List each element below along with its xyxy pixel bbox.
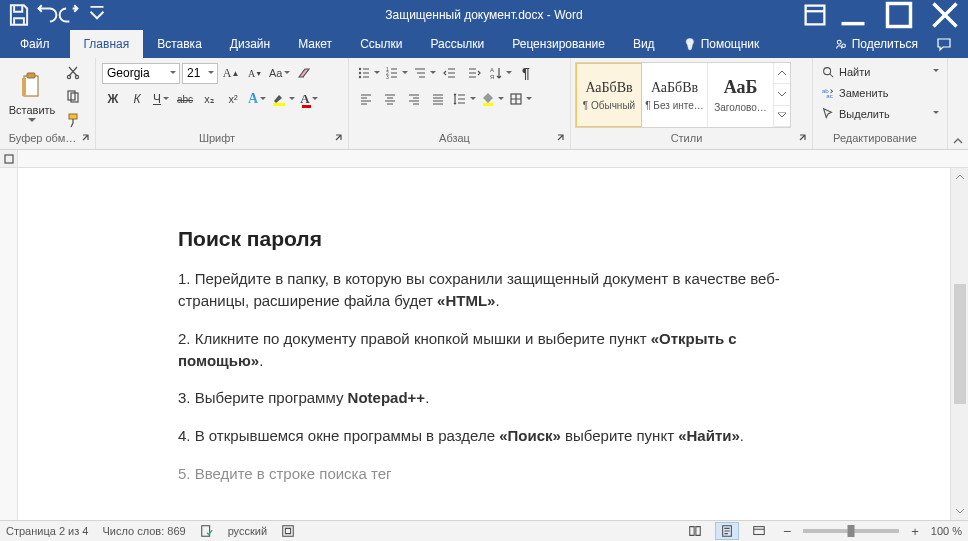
svg-rect-11	[69, 114, 77, 119]
align-left-button[interactable]	[355, 88, 377, 110]
find-button[interactable]: Найти	[819, 62, 941, 82]
format-painter-button[interactable]	[62, 109, 84, 131]
gallery-more-button[interactable]	[774, 106, 790, 127]
font-size-combo[interactable]	[182, 63, 218, 84]
clear-formatting-button[interactable]	[293, 62, 315, 84]
clipboard-dialog-launcher[interactable]	[81, 133, 93, 145]
paste-label: Вставить	[9, 104, 56, 116]
paragraph-dialog-launcher[interactable]	[556, 133, 568, 145]
highlight-button[interactable]	[270, 88, 296, 110]
cut-button[interactable]	[62, 61, 84, 83]
tab-references[interactable]: Ссылки	[346, 30, 416, 58]
align-center-button[interactable]	[379, 88, 401, 110]
svg-rect-12	[273, 103, 285, 106]
view-read-mode[interactable]	[683, 522, 707, 540]
line-spacing-button[interactable]	[451, 88, 477, 110]
redo-button[interactable]	[58, 2, 84, 28]
group-paragraph: 123 AЯ ¶ Абзац	[349, 58, 571, 149]
status-macro[interactable]	[281, 524, 295, 538]
subscript-button[interactable]: x₂	[198, 88, 220, 110]
collapse-ribbon-button[interactable]	[948, 58, 968, 149]
numbering-button[interactable]: 123	[383, 62, 409, 84]
shrink-font-button[interactable]: A▼	[244, 62, 266, 84]
document-workspace: Поиск пароля 1. Перейдите в папку, в кот…	[0, 150, 968, 520]
font-name-combo[interactable]	[102, 63, 180, 84]
view-web-layout[interactable]	[747, 522, 771, 540]
tab-home[interactable]: Главная	[70, 30, 144, 58]
zoom-level[interactable]: 100 %	[931, 525, 962, 537]
zoom-in-button[interactable]: +	[907, 524, 923, 539]
font-dialog-launcher[interactable]	[334, 133, 346, 145]
justify-button[interactable]	[427, 88, 449, 110]
vertical-ruler[interactable]	[0, 168, 18, 520]
style-heading1[interactable]: АаБ Заголово…	[708, 63, 774, 127]
styles-dialog-launcher[interactable]	[798, 133, 810, 145]
save-button[interactable]	[6, 2, 32, 28]
align-right-button[interactable]	[403, 88, 425, 110]
font-color-button[interactable]: A	[298, 88, 320, 110]
status-language[interactable]: русский	[228, 525, 267, 537]
style-no-spacing[interactable]: АаБбВв ¶ Без инте…	[642, 63, 708, 127]
copy-button[interactable]	[62, 85, 84, 107]
text-effects-button[interactable]: A	[246, 88, 268, 110]
strikethrough-button[interactable]: abc	[174, 88, 196, 110]
ribbon: Вставить Буфер обм… A▲ A▼ Aa Ж	[0, 58, 968, 150]
style-sample: АаБбВв	[585, 80, 632, 96]
show-marks-button[interactable]: ¶	[515, 62, 537, 84]
select-button[interactable]: Выделить	[819, 104, 941, 124]
scroll-thumb[interactable]	[954, 284, 966, 404]
gallery-up-button[interactable]	[774, 63, 790, 84]
style-normal[interactable]: АаБбВв ¶ Обычный	[576, 63, 642, 127]
italic-button[interactable]: К	[126, 88, 148, 110]
minimize-button[interactable]	[830, 0, 876, 30]
style-name: ¶ Без инте…	[645, 100, 704, 111]
sort-button[interactable]: AЯ	[487, 62, 513, 84]
tab-design[interactable]: Дизайн	[216, 30, 284, 58]
maximize-button[interactable]	[876, 0, 922, 30]
tab-file[interactable]: Файл	[0, 30, 70, 58]
change-case-button[interactable]: Aa	[268, 62, 291, 84]
multilevel-list-button[interactable]	[411, 62, 437, 84]
qat-customize-button[interactable]	[84, 2, 110, 28]
tab-layout[interactable]: Макет	[284, 30, 346, 58]
group-editing: Найти abac Заменить Выделить Редактирова…	[813, 58, 948, 149]
superscript-button[interactable]: x²	[222, 88, 244, 110]
decrease-indent-button[interactable]	[439, 62, 461, 84]
horizontal-ruler[interactable]	[0, 150, 968, 168]
paste-button[interactable]: Вставить	[4, 61, 60, 131]
shading-button[interactable]	[479, 88, 505, 110]
svg-point-13	[359, 68, 361, 70]
undo-button[interactable]	[32, 2, 58, 28]
zoom-slider[interactable]	[803, 529, 899, 533]
borders-button[interactable]	[507, 88, 533, 110]
vertical-scrollbar[interactable]	[950, 168, 968, 520]
status-word-count[interactable]: Число слов: 869	[102, 525, 185, 537]
scroll-up-button[interactable]	[953, 170, 967, 184]
select-label: Выделить	[839, 108, 890, 120]
status-spellcheck[interactable]	[200, 524, 214, 538]
tab-mailings[interactable]: Рассылки	[416, 30, 498, 58]
bold-button[interactable]: Ж	[102, 88, 124, 110]
increase-indent-button[interactable]	[463, 62, 485, 84]
tab-view[interactable]: Вид	[619, 30, 669, 58]
document-area[interactable]: Поиск пароля 1. Перейдите в папку, в кот…	[18, 168, 950, 520]
status-page[interactable]: Страница 2 из 4	[6, 525, 88, 537]
close-button[interactable]	[922, 0, 968, 30]
doc-heading: Поиск пароля	[178, 224, 810, 254]
tab-tell-me[interactable]: Помощник	[669, 30, 774, 58]
ruler-toggle[interactable]	[0, 150, 18, 168]
group-font: A▲ A▼ Aa Ж К Ч abc x₂ x² A A Шрифт	[96, 58, 349, 149]
tab-review[interactable]: Рецензирование	[498, 30, 619, 58]
gallery-down-button[interactable]	[774, 84, 790, 105]
zoom-out-button[interactable]: −	[779, 523, 795, 539]
grow-font-button[interactable]: A▲	[220, 62, 242, 84]
style-sample: АаБ	[724, 77, 758, 98]
replace-button[interactable]: abac Заменить	[819, 83, 941, 103]
tab-insert[interactable]: Вставка	[143, 30, 216, 58]
ribbon-options-button[interactable]	[800, 0, 830, 30]
bullets-button[interactable]	[355, 62, 381, 84]
underline-button[interactable]: Ч	[150, 88, 172, 110]
scroll-down-button[interactable]	[953, 504, 967, 518]
view-print-layout[interactable]	[715, 522, 739, 540]
svg-point-2	[837, 40, 841, 44]
